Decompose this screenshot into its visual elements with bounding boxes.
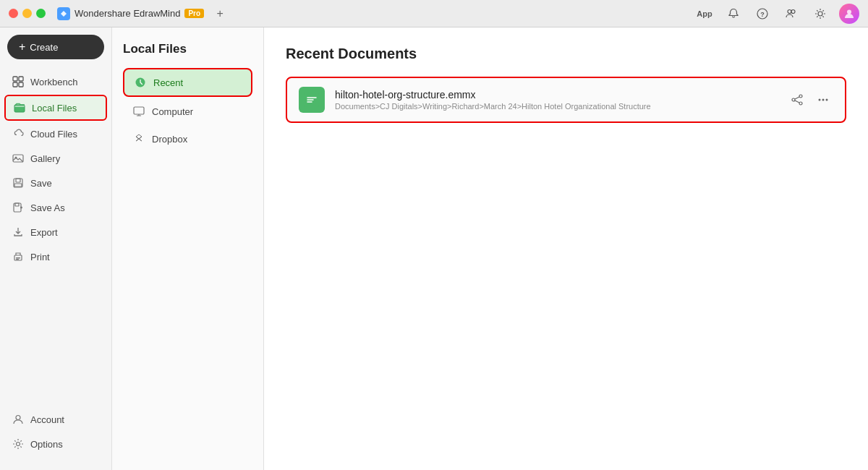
svg-rect-17 (14, 184, 22, 187)
workbench-label: Workbench (30, 77, 78, 87)
svg-rect-26 (134, 107, 144, 114)
options-icon (12, 437, 25, 450)
middle-panel: Local Files Recent Computer (112, 27, 264, 470)
sidebar-item-gallery[interactable]: Gallery (4, 147, 107, 170)
account-icon (12, 413, 25, 426)
computer-icon (132, 104, 146, 119)
document-actions (787, 90, 833, 110)
svg-rect-9 (13, 82, 17, 87)
dropbox-label: Dropbox (152, 134, 187, 145)
sidebar-nav: Workbench Local Files Cloud Files (0, 70, 111, 408)
notification-bell-button[interactable] (723, 4, 744, 24)
svg-point-24 (17, 443, 20, 446)
pro-badge: Pro (184, 9, 204, 18)
users-button[interactable] (781, 4, 801, 24)
sidebar-item-options[interactable]: Options (4, 432, 107, 456)
svg-point-6 (847, 9, 851, 14)
cloud-files-icon (12, 127, 25, 140)
svg-point-3 (788, 9, 791, 13)
document-info: hilton-hotel-org-structure.emmx Document… (335, 89, 777, 111)
app-icon-label: App (697, 9, 712, 18)
sidebar-item-save-as[interactable]: Save As (4, 196, 107, 219)
recent-icon (133, 75, 148, 90)
svg-rect-7 (13, 77, 17, 81)
middle-item-computer[interactable]: Computer (123, 98, 252, 124)
workbench-icon (12, 75, 25, 88)
document-name: hilton-hotel-org-structure.emmx (335, 89, 777, 101)
svg-point-23 (16, 416, 20, 420)
svg-point-31 (819, 99, 821, 101)
svg-rect-21 (16, 257, 20, 259)
content-title: Recent Documents (286, 46, 846, 62)
sidebar: + Create Workbench Local Files (0, 27, 112, 470)
app-name: Wondershare EdrawMind (75, 8, 180, 19)
svg-rect-8 (19, 77, 23, 81)
middle-panel-title: Local Files (123, 42, 252, 56)
local-files-icon (13, 101, 26, 114)
local-files-label: Local Files (32, 103, 77, 114)
svg-rect-15 (14, 179, 22, 187)
document-file-icon (299, 87, 325, 113)
create-label: Create (30, 42, 58, 53)
app-branding: Wondershare EdrawMind Pro (57, 7, 204, 20)
export-label: Export (30, 227, 58, 238)
gallery-icon (12, 152, 25, 165)
svg-rect-10 (19, 82, 23, 87)
export-icon (12, 226, 25, 239)
more-options-button[interactable] (813, 90, 833, 110)
svg-point-28 (799, 95, 802, 98)
create-button[interactable]: + Create (7, 35, 104, 59)
recent-label: Recent (153, 77, 183, 88)
help-button[interactable]: ? (752, 4, 773, 24)
plus-icon: + (19, 40, 25, 54)
traffic-lights (9, 9, 46, 18)
sidebar-item-local-files[interactable]: Local Files (4, 95, 107, 121)
app-button[interactable]: App (694, 4, 715, 24)
print-label: Print (30, 252, 50, 262)
svg-rect-19 (15, 203, 19, 206)
document-item-hilton-hotel[interactable]: hilton-hotel-org-structure.emmx Document… (286, 77, 846, 123)
dropbox-icon (132, 132, 146, 146)
new-tab-button[interactable]: + (210, 6, 230, 22)
middle-nav: Recent Computer Dropbox (123, 68, 252, 152)
sidebar-item-print[interactable]: Print (4, 245, 107, 268)
theme-button[interactable] (810, 4, 830, 24)
svg-rect-22 (16, 259, 19, 260)
cloud-files-label: Cloud Files (30, 129, 77, 140)
svg-point-33 (826, 99, 828, 101)
svg-rect-16 (16, 179, 20, 182)
account-label: Account (30, 414, 64, 425)
save-label: Save (30, 178, 52, 189)
save-as-label: Save As (30, 202, 65, 213)
options-label: Options (30, 439, 63, 450)
svg-point-5 (818, 12, 822, 16)
svg-point-30 (792, 98, 795, 101)
computer-label: Computer (152, 106, 193, 117)
share-button[interactable] (787, 90, 807, 110)
minimize-button[interactable] (22, 9, 32, 18)
svg-text:?: ? (760, 11, 765, 18)
title-bar-right: App ? (694, 4, 859, 24)
user-avatar[interactable] (839, 4, 859, 24)
save-as-icon (12, 201, 25, 214)
app-icon (57, 7, 70, 20)
title-bar: Wondershare EdrawMind Pro + App ? (0, 0, 868, 27)
print-icon (12, 250, 25, 263)
sidebar-item-cloud-files[interactable]: Cloud Files (4, 122, 107, 145)
svg-point-29 (799, 102, 802, 105)
svg-point-32 (822, 99, 825, 101)
middle-item-recent[interactable]: Recent (123, 68, 252, 97)
sidebar-item-account[interactable]: Account (4, 408, 107, 431)
main-content: Recent Documents hilton-hotel-org-struct… (264, 27, 868, 470)
svg-point-4 (791, 9, 795, 13)
maximize-button[interactable] (36, 9, 46, 18)
middle-item-dropbox[interactable]: Dropbox (123, 126, 252, 152)
document-path: Documents>CJ Digitals>Writing>Richard>Ma… (335, 102, 777, 111)
main-container: + Create Workbench Local Files (0, 27, 868, 470)
sidebar-bottom: Account Options (0, 408, 111, 463)
save-icon (12, 176, 25, 189)
sidebar-item-export[interactable]: Export (4, 221, 107, 244)
sidebar-item-workbench[interactable]: Workbench (4, 70, 107, 93)
close-button[interactable] (9, 9, 18, 18)
sidebar-item-save[interactable]: Save (4, 171, 107, 195)
